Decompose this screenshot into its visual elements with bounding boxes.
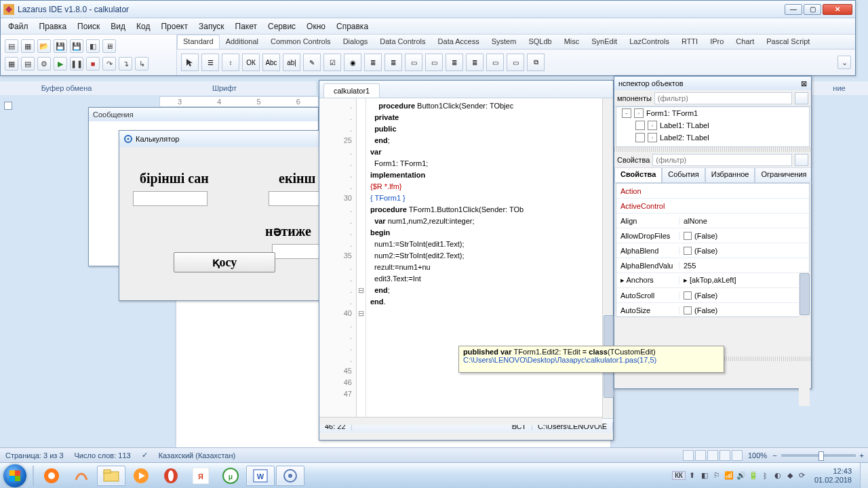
palette-item-11[interactable]: ▭ bbox=[425, 54, 443, 71]
taskbar-yandex[interactable]: Я bbox=[186, 466, 215, 486]
edit2[interactable] bbox=[269, 191, 323, 206]
maximize-button[interactable]: ▢ bbox=[804, 4, 821, 15]
close-button[interactable]: ✕ bbox=[823, 4, 852, 15]
comp-tab-Data Controls[interactable]: Data Controls bbox=[374, 35, 431, 49]
comp-tab-SQLdb[interactable]: SQLdb bbox=[522, 35, 557, 49]
step-over-button[interactable]: ↷ bbox=[102, 57, 116, 70]
comp-tab-RTTI[interactable]: RTTI bbox=[675, 35, 704, 49]
minimize-button[interactable]: — bbox=[785, 4, 802, 15]
filter-clear-button[interactable] bbox=[795, 92, 808, 104]
comp-tab-System[interactable]: System bbox=[486, 35, 523, 49]
property-row[interactable]: ▸ Anchors▸ [akTop,akLeft] bbox=[616, 273, 809, 288]
tray-nvidia-icon[interactable]: ◐ bbox=[772, 470, 783, 481]
comp-tab-Dialogs[interactable]: Dialogs bbox=[337, 35, 374, 49]
comp-tab-LazControls[interactable]: LazControls bbox=[623, 35, 675, 49]
property-row[interactable]: AlphaBlendValu255 bbox=[616, 258, 809, 273]
view-web[interactable] bbox=[707, 450, 718, 461]
comp-tab-IPro[interactable]: IPro bbox=[704, 35, 730, 49]
taskbar-wmp[interactable] bbox=[127, 466, 155, 486]
palette-item-9[interactable]: ≣ bbox=[384, 54, 402, 71]
zoom-slider[interactable] bbox=[781, 454, 856, 457]
palette-item-10[interactable]: ▭ bbox=[405, 54, 422, 71]
tb-2[interactable]: ▤ bbox=[21, 57, 35, 70]
taskbar-lazarus[interactable] bbox=[276, 466, 304, 486]
menu-Код[interactable]: Код bbox=[132, 20, 155, 33]
oi-scrollbar[interactable] bbox=[799, 272, 810, 406]
fold-column[interactable]: ⊟⊟ bbox=[357, 98, 366, 418]
property-row[interactable]: AutoScroll (False) bbox=[616, 288, 809, 303]
open-button[interactable]: 📂 bbox=[37, 39, 51, 53]
taskbar-paint[interactable] bbox=[67, 466, 96, 486]
comp-tab-Additional[interactable]: Additional bbox=[220, 35, 264, 49]
property-filter-input[interactable] bbox=[652, 154, 792, 166]
palette-item-1[interactable]: ↕ bbox=[222, 54, 239, 71]
label2[interactable]: екінш bbox=[279, 171, 315, 186]
palette-item-2[interactable]: ОК bbox=[242, 54, 260, 71]
edit3[interactable] bbox=[272, 244, 323, 259]
spellcheck-icon[interactable]: ✓ bbox=[136, 451, 153, 460]
palette-item-6[interactable]: ☑ bbox=[323, 54, 341, 71]
palette-chevron[interactable]: ⌄ bbox=[837, 56, 851, 69]
select-tool[interactable] bbox=[181, 54, 199, 71]
zoom-in[interactable]: + bbox=[860, 451, 864, 460]
run-button[interactable]: ▶ bbox=[54, 57, 67, 70]
palette-item-12[interactable]: ≣ bbox=[446, 54, 463, 71]
view-outline[interactable] bbox=[719, 450, 730, 461]
menu-Справка[interactable]: Справка bbox=[332, 20, 373, 33]
taskbar-explorer[interactable] bbox=[97, 466, 125, 486]
menu-Файл[interactable]: Файл bbox=[3, 20, 33, 33]
taskbar-aimp[interactable] bbox=[37, 466, 66, 486]
palette-item-16[interactable]: ⧉ bbox=[527, 54, 545, 71]
view-fullscreen[interactable] bbox=[695, 450, 706, 461]
menu-Запуск[interactable]: Запуск bbox=[194, 20, 229, 33]
palette-item-3[interactable]: Abc bbox=[262, 54, 280, 71]
tree-item[interactable]: ▫Label2: TLabel bbox=[616, 131, 809, 144]
menu-Проект[interactable]: Проект bbox=[156, 20, 193, 33]
taskbar-opera[interactable] bbox=[157, 466, 185, 486]
label1[interactable]: бірінші сан bbox=[140, 171, 209, 186]
menu-Правка[interactable]: Правка bbox=[35, 20, 72, 33]
tray-network-icon[interactable]: 📶 bbox=[724, 470, 734, 481]
taskbar-word[interactable]: W bbox=[246, 466, 275, 486]
tb-3[interactable]: ⚙ bbox=[37, 57, 51, 70]
show-desktop-button[interactable] bbox=[860, 463, 868, 489]
property-row[interactable]: AlphaBlend (False) bbox=[616, 243, 809, 258]
splitter[interactable] bbox=[614, 147, 811, 152]
step-into-button[interactable]: ↴ bbox=[119, 57, 132, 70]
tray-smartscreen-icon[interactable]: ◧ bbox=[699, 470, 710, 481]
ruler-toggle[interactable] bbox=[4, 102, 12, 110]
source-editor-window[interactable]: calkulator1 . . . 25 . . . . 30 . . . . … bbox=[319, 80, 614, 441]
menu-Поиск[interactable]: Поиск bbox=[73, 20, 104, 33]
comp-tab-Pascal Script[interactable]: Pascal Script bbox=[760, 35, 816, 49]
property-row[interactable]: AlignalNone bbox=[616, 214, 809, 228]
edit1[interactable] bbox=[133, 191, 208, 206]
form-designer-window[interactable]: Калькулятор бірінші сан екінш нәтиже қос… bbox=[119, 130, 322, 301]
tb-1[interactable]: ▦ bbox=[5, 57, 18, 70]
prop-tab-Свойства[interactable]: Свойства bbox=[614, 168, 662, 183]
menu-Сервис[interactable]: Сервис bbox=[263, 20, 300, 33]
start-button[interactable] bbox=[0, 463, 30, 489]
component-filter-input[interactable] bbox=[654, 92, 792, 104]
palette-item-0[interactable]: ☰ bbox=[201, 54, 219, 71]
tray-volume-icon[interactable]: 🔊 bbox=[736, 470, 747, 481]
property-row[interactable]: AllowDropFiles (False) bbox=[616, 228, 809, 243]
view-print-layout[interactable] bbox=[683, 450, 694, 461]
palette-item-4[interactable]: ab| bbox=[283, 54, 300, 71]
comp-tab-Common Controls[interactable]: Common Controls bbox=[264, 35, 337, 49]
comp-tab-Data Access[interactable]: Data Access bbox=[432, 35, 486, 49]
clock[interactable]: 12:4301.02.2018 bbox=[809, 467, 857, 485]
oi-close-icon[interactable]: ⊠ bbox=[801, 79, 807, 88]
property-row[interactable]: AutoSize (False) bbox=[616, 303, 809, 317]
taskbar-utorrent[interactable]: µ bbox=[216, 466, 245, 486]
comp-tab-Chart[interactable]: Chart bbox=[730, 35, 760, 49]
property-row[interactable]: Action bbox=[616, 184, 809, 199]
zoom-out[interactable]: − bbox=[772, 451, 776, 460]
toggle-form-unit-button[interactable]: ◧ bbox=[86, 39, 100, 53]
menu-Вид[interactable]: Вид bbox=[106, 20, 130, 33]
tray-update-icon[interactable]: ⟳ bbox=[797, 470, 808, 481]
page-status[interactable]: Страница: 3 из 3 bbox=[0, 451, 69, 460]
property-row[interactable]: ActiveControl bbox=[616, 199, 809, 214]
tree-expand-icon[interactable]: − bbox=[622, 108, 631, 118]
view-draft[interactable] bbox=[732, 450, 743, 461]
tray-av-icon[interactable]: ◆ bbox=[785, 470, 795, 481]
